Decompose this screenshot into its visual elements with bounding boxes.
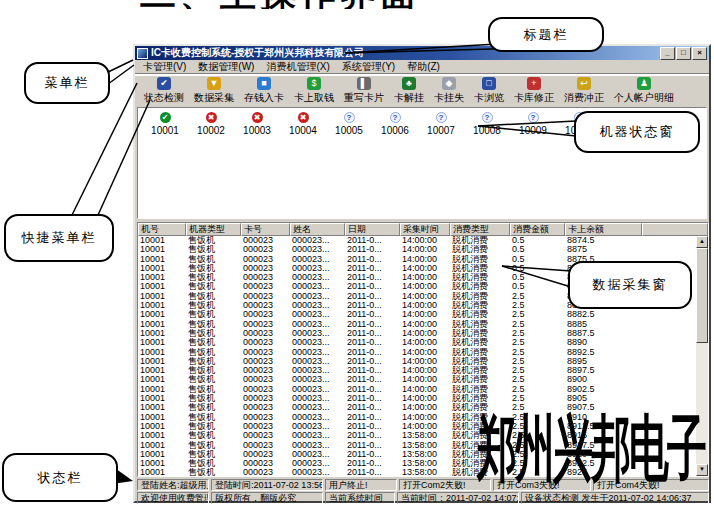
menu-item[interactable]: 系统管理(Y): [336, 60, 401, 74]
machine-status-ok-icon: ✔: [160, 112, 171, 123]
table-row[interactable]: 10001售饭机000023000023...2011-0...14:00:00…: [138, 310, 696, 319]
cell: 000023...: [290, 320, 345, 329]
cell: 售饭机: [186, 357, 241, 366]
column-header[interactable]: 消费金额: [510, 223, 565, 236]
cell: 2011-0...: [345, 264, 400, 273]
machine-status-item[interactable]: ?10006: [372, 112, 418, 136]
callout-menu-bar: 菜单栏: [24, 62, 110, 104]
cell: 2.5: [510, 385, 565, 394]
callout-data-pane: 数据采集窗: [568, 261, 692, 309]
restore-button[interactable]: □: [676, 47, 691, 60]
table-row[interactable]: 10001售饭机000023000023...2011-0...14:00:00…: [138, 245, 696, 254]
table-row[interactable]: 10001售饭机000023000023...2011-0...14:00:00…: [138, 348, 696, 357]
column-header[interactable]: 采集时间: [400, 223, 450, 236]
consume-reversal-icon: ↩: [577, 77, 591, 90]
machine-id-label: 10002: [197, 125, 225, 136]
table-row[interactable]: 10001售饭机000023000023...2011-0...14:00:00…: [138, 385, 696, 394]
cell: 脱机消费: [450, 320, 510, 329]
column-header[interactable]: 姓名: [290, 223, 345, 236]
cell: 14:00:00: [400, 282, 450, 291]
cell: 2011-0...: [345, 459, 400, 468]
toolbar-button[interactable]: ▼数据采集: [189, 77, 239, 105]
cell: 2.5: [510, 329, 565, 338]
rewrite-card-icon: ▌: [357, 77, 371, 90]
cell: 脱机消费: [450, 357, 510, 366]
toolbar-button[interactable]: ▌重写卡片: [339, 77, 389, 105]
cell: 脱机消费: [450, 236, 510, 245]
machine-status-error-icon: ✖: [206, 112, 217, 123]
cell: 000023: [241, 282, 290, 291]
table-row[interactable]: 10001售饭机000023000023...2011-0...14:00:00…: [138, 320, 696, 329]
toolbar-button[interactable]: ■存钱入卡: [239, 77, 289, 105]
toolbar-button[interactable]: ♣卡解挂: [389, 77, 429, 105]
menu-item[interactable]: 卡管理(V): [137, 60, 192, 74]
cell: 2.5: [510, 375, 565, 384]
column-header[interactable]: 消费类型: [450, 223, 510, 236]
cell: 000023...: [290, 255, 345, 264]
machine-status-item[interactable]: ✔10001: [142, 112, 188, 136]
cell: 10001: [138, 264, 186, 273]
toolbar-button[interactable]: $卡上取钱: [289, 77, 339, 105]
table-row[interactable]: 10001售饭机000023000023...2011-0...14:00:00…: [138, 236, 696, 245]
cell: 14:00:00: [400, 255, 450, 264]
cell: 000023: [241, 413, 290, 422]
menu-item[interactable]: 帮助(Z): [401, 60, 446, 74]
scroll-up-icon[interactable]: ▲: [696, 236, 708, 248]
column-header[interactable]: 卡号: [241, 223, 290, 236]
machine-status-item[interactable]: ?10009: [510, 112, 556, 136]
cell: 10001: [138, 468, 186, 476]
close-button[interactable]: ×: [692, 47, 707, 60]
toolbar-button[interactable]: +卡库修正: [509, 77, 559, 105]
cell: 售饭机: [186, 282, 241, 291]
menu-item[interactable]: 数据管理(W): [192, 60, 260, 74]
title-bar[interactable]: IC卡收费控制系统-授权于郑州兴邦科技有限公司 _ □ ×: [135, 46, 709, 60]
cell: 2011-0...: [345, 255, 400, 264]
machine-status-item[interactable]: ✖10004: [280, 112, 326, 136]
menu-item[interactable]: 消费机管理(X): [260, 60, 335, 74]
scrollbar-thumb[interactable]: [696, 248, 708, 343]
column-header[interactable]: 日期: [345, 223, 400, 236]
cell: 售饭机: [186, 366, 241, 375]
cell: 10001: [138, 403, 186, 412]
cell: 14:00:00: [400, 236, 450, 245]
cell: 2011-0...: [345, 366, 400, 375]
minimize-button[interactable]: _: [660, 47, 675, 60]
toolbar-button[interactable]: ↩消费冲正: [559, 77, 609, 105]
cell: 售饭机: [186, 441, 241, 450]
cell: 14:00:00: [400, 310, 450, 319]
cell: 000023: [241, 292, 290, 301]
table-row[interactable]: 10001售饭机000023000023...2011-0...14:00:00…: [138, 338, 696, 347]
toolbar-button[interactable]: ✔状态检测: [139, 77, 189, 105]
machine-status-item[interactable]: ?10008: [464, 112, 510, 136]
machine-status-item[interactable]: ✖10002: [188, 112, 234, 136]
toolbar-button[interactable]: ♟个人帐户明细: [609, 77, 679, 105]
cell: 10001: [138, 459, 186, 468]
column-header[interactable]: 卡上余额: [565, 223, 642, 236]
column-header[interactable]: 机器类型: [186, 223, 241, 236]
table-row[interactable]: 10001售饭机000023000023...2011-0...14:00:00…: [138, 357, 696, 366]
cell: 10001: [138, 245, 186, 254]
cell: 000023: [241, 375, 290, 384]
machine-status-item[interactable]: ?10005: [326, 112, 372, 136]
machine-status-item[interactable]: ?10007: [418, 112, 464, 136]
cell: 000023: [241, 441, 290, 450]
cell: 000023...: [290, 264, 345, 273]
cell: 2.5: [510, 366, 565, 375]
cell: 脱机消费: [450, 301, 510, 310]
cell: 2011-0...: [345, 413, 400, 422]
card-report-loss-icon: ◆: [442, 77, 456, 90]
cell: 000023: [241, 320, 290, 329]
machine-id-label: 10005: [335, 125, 363, 136]
table-row[interactable]: 10001售饭机000023000023...2011-0...14:00:00…: [138, 366, 696, 375]
table-row[interactable]: 10001售饭机000023000023...2011-0...14:00:00…: [138, 329, 696, 338]
toolbar-button[interactable]: ◆卡挂失: [429, 77, 469, 105]
column-header[interactable]: 机号: [138, 223, 186, 236]
cell: 售饭机: [186, 403, 241, 412]
table-row[interactable]: 10001售饭机000023000023...2011-0...14:00:00…: [138, 375, 696, 384]
machine-status-item[interactable]: ✖10003: [234, 112, 280, 136]
cell: 14:00:00: [400, 245, 450, 254]
cell: 000023: [241, 357, 290, 366]
cell: 0.5: [510, 273, 565, 282]
cell: 2.5: [510, 301, 565, 310]
toolbar-button[interactable]: □卡浏览: [469, 77, 509, 105]
